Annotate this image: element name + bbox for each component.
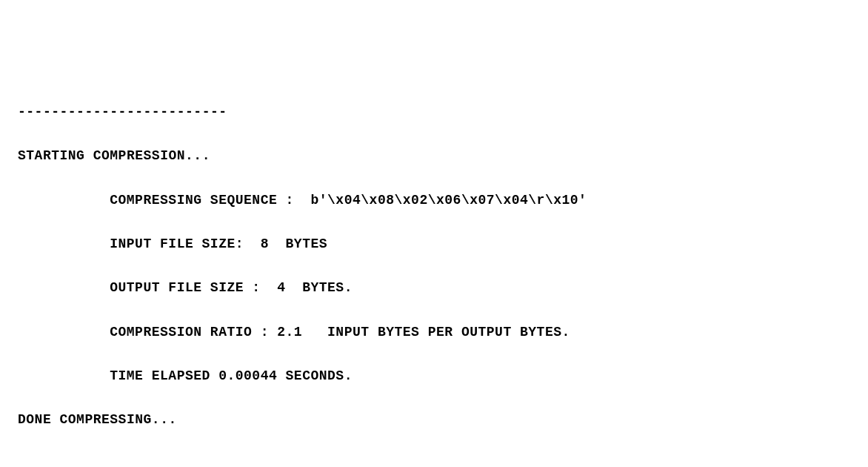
starting-compression: STARTING COMPRESSION... [18, 145, 850, 168]
compressing-sequence: COMPRESSING SEQUENCE : b'\x04\x08\x02\x0… [18, 190, 850, 212]
output-file-size-compress: OUTPUT FILE SIZE : 4 BYTES. [18, 277, 850, 299]
compression-ratio: COMPRESSION RATIO : 2.1 INPUT BYTES PER … [18, 322, 850, 344]
time-elapsed-compress: TIME ELAPSED 0.00044 SECONDS. [18, 365, 850, 388]
input-file-size-compress: INPUT FILE SIZE: 8 BYTES [18, 234, 850, 256]
separator-top: ------------------------- [18, 102, 850, 124]
done-compressing: DONE COMPRESSING... [18, 409, 850, 431]
